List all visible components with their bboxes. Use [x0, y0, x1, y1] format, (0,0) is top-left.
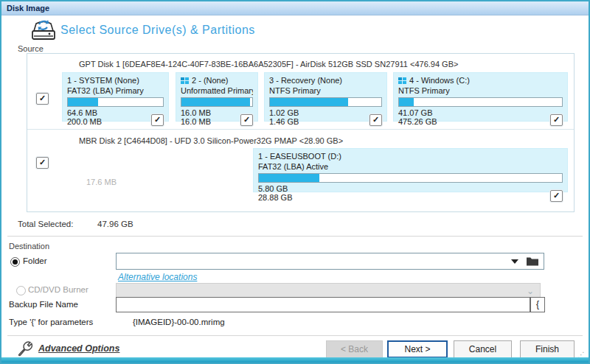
dropdown-arrow-icon[interactable] [511, 259, 518, 264]
cd-dvd-radio-label: CD/DVD Burner [28, 285, 88, 294]
partition-size: 475.26 GB [398, 117, 437, 126]
parameters-hint-label: Type '{' for parameters [9, 318, 93, 326]
backup-file-name-input[interactable] [116, 297, 530, 312]
unallocated-space-label: 17.6 MB [86, 178, 117, 186]
section-divider [7, 236, 583, 237]
usage-bar-fill [270, 98, 348, 106]
partition-card[interactable]: 1 - EASEUSBOOT (D:) FAT32 (LBA) Active 5… [253, 148, 568, 192]
partition-used: 1.02 GB [269, 108, 299, 117]
partition-used: 64.6 MB [67, 108, 102, 117]
partition-checkbox[interactable]: ✓ [151, 114, 164, 126]
partition-card[interactable]: 1 - SYSTEM (None) FAT32 (LBA) Primary 64… [62, 72, 169, 122]
usage-bar-fill [399, 98, 414, 106]
partition-card[interactable]: 3 - Recovery (None) NTFS Primary 1.02 GB… [264, 72, 387, 122]
disk1-checkbox[interactable]: ✓ [36, 93, 49, 105]
folder-radio[interactable] [10, 257, 20, 267]
page-title: Select Source Drive(s) & Partitions [60, 24, 255, 37]
usage-bar-fill [68, 98, 98, 106]
usage-bar [67, 97, 164, 107]
partition-checkbox[interactable]: ✓ [550, 190, 563, 202]
alternative-locations-link[interactable]: Alternative locations [118, 272, 197, 282]
partition-card[interactable]: 4 - Windows (C:) NTFS Primary 41.07 GB47… [393, 72, 568, 122]
partition-name: 2 - (None) [192, 76, 229, 85]
partition-size: 28.88 GB [258, 193, 292, 202]
footer-divider [7, 335, 583, 336]
partition-filesystem: FAT32 (LBA) Primary [67, 86, 164, 95]
windows-flag-icon [181, 77, 189, 84]
partition-checkbox[interactable]: ✓ [369, 114, 382, 126]
finish-button[interactable]: Finish [520, 340, 575, 358]
partition-name: 4 - Windows (C:) [409, 76, 470, 85]
partition-used: 16.0 MB [181, 108, 211, 117]
total-selected-label: Total Selected: [18, 220, 73, 228]
partition-filesystem: FAT32 (LBA) Active [258, 162, 563, 171]
cd-dvd-radio [16, 286, 26, 295]
partition-size: 16.0 MB [181, 117, 211, 126]
folder-radio-label: Folder [23, 256, 47, 265]
partition-name: 1 - SYSTEM (None) [67, 76, 164, 85]
partition-filesystem: NTFS Primary [269, 86, 382, 95]
usage-bar [398, 97, 563, 107]
cancel-button[interactable]: Cancel [454, 340, 512, 358]
usage-bar [258, 173, 563, 183]
insert-parameter-button[interactable]: { [530, 297, 545, 312]
titlebar: Disk Image [1, 1, 589, 15]
disk-image-icon [30, 18, 58, 43]
folder-combobox[interactable] [116, 253, 544, 270]
disk-header: MBR Disk 2 [C4644D08] - UFD 3.0 Silicon-… [79, 136, 343, 145]
disk2-checkbox[interactable]: ✓ [36, 157, 49, 169]
disk-image-window: Disk Image Select Source Drive(s) & Part… [0, 0, 590, 364]
back-button: < Back [326, 340, 383, 358]
source-box: GPT Disk 1 [6DEAF8E4-124C-40F7-83BE-16BA… [27, 53, 575, 212]
partition-size: 1.46 GB [269, 117, 299, 126]
partition-filesystem: NTFS Primary [398, 86, 563, 95]
backup-file-name-label: Backup File Name [9, 300, 78, 309]
chevron-down-icon: ⌄ [527, 286, 534, 296]
partition-checkbox[interactable]: ✓ [550, 114, 563, 126]
partition-size: 200.0 MB [67, 117, 102, 126]
partition-name: 1 - EASEUSBOOT (D:) [258, 152, 563, 161]
parameters-hint-example: {IMAGEID}-00-00.mrimg [133, 318, 225, 326]
usage-bar [269, 97, 382, 107]
partition-used: 41.07 GB [398, 108, 437, 117]
partition-used: 5.80 GB [258, 184, 292, 193]
usage-bar-fill [181, 98, 250, 106]
total-selected-value: 47.96 GB [97, 220, 133, 228]
partition-card[interactable]: 2 - (None) Unformatted Primary 16.0 MB16… [176, 72, 258, 122]
partition-name: 3 - Recovery (None) [269, 76, 382, 85]
cd-dvd-combobox: ⌄ [116, 283, 541, 298]
advanced-options-link[interactable]: Advanced Options [38, 343, 119, 354]
folder-browse-icon[interactable] [526, 256, 539, 267]
disk-row-divider [27, 129, 574, 130]
disk-header: GPT Disk 1 [6DEAF8E4-124C-40F7-83BE-16BA… [79, 60, 458, 69]
next-button[interactable]: Next > [387, 340, 448, 358]
usage-bar-fill [259, 174, 319, 182]
windows-flag-icon [398, 77, 406, 84]
destination-section-label: Destination [9, 242, 49, 251]
usage-bar [181, 97, 253, 107]
window-bottom-border [1, 357, 589, 363]
wrench-icon [16, 338, 35, 357]
partition-checkbox[interactable]: ✓ [240, 114, 253, 126]
partition-filesystem: Unformatted Primary [181, 86, 253, 95]
source-section-label: Source [18, 44, 44, 53]
